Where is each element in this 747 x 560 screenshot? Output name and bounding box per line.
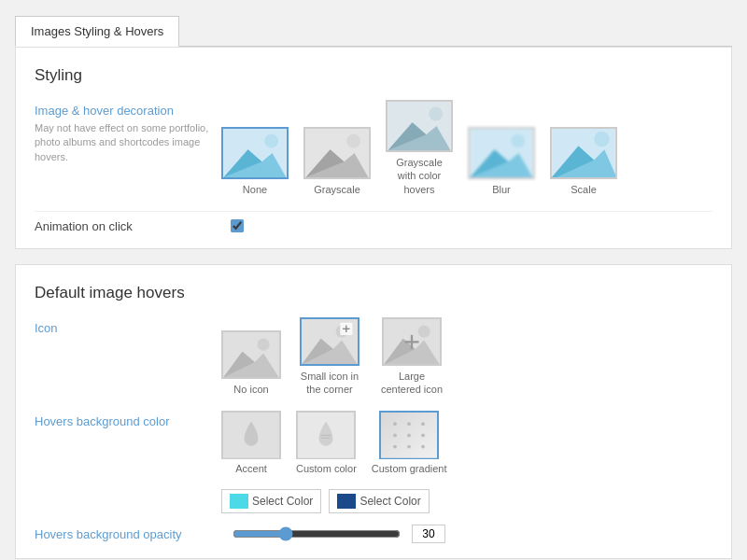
bg-color-options: Accent Custom color bbox=[221, 411, 447, 474]
decoration-label-col: Image & hover decoration May not have ef… bbox=[35, 100, 221, 164]
option-grayscale-color-label: Grayscale with color hovers bbox=[386, 156, 453, 196]
option-blur-label: Blur bbox=[492, 183, 511, 196]
tile-custom-color bbox=[296, 411, 356, 459]
opacity-label: Hovers background opacity bbox=[35, 527, 221, 541]
svg-point-44 bbox=[421, 422, 425, 426]
opacity-input[interactable]: 30 bbox=[412, 525, 445, 543]
svg-point-15 bbox=[511, 133, 525, 147]
option-custom-color[interactable]: Custom color bbox=[296, 411, 357, 474]
svg-point-46 bbox=[407, 434, 411, 438]
icon-label: Icon bbox=[35, 321, 221, 335]
icon-label-col: Icon bbox=[35, 317, 221, 335]
tile-scale bbox=[550, 127, 617, 179]
tile-accent bbox=[221, 411, 281, 459]
option-custom-color-label: Custom color bbox=[296, 463, 357, 474]
bg-color-label: Hovers background color bbox=[35, 414, 221, 428]
option-blur[interactable]: Blur bbox=[468, 127, 535, 196]
option-small-icon[interactable]: Small icon in the corner bbox=[296, 317, 363, 397]
decoration-row: Image & hover decoration May not have ef… bbox=[35, 100, 712, 196]
tile-blur bbox=[468, 127, 535, 179]
decoration-options: None Grayscale bbox=[221, 100, 617, 196]
tile-none bbox=[221, 127, 289, 179]
option-large-icon[interactable]: Large centered icon bbox=[378, 317, 445, 397]
hover-section: Default image hovers Icon bbox=[15, 264, 732, 560]
hover-title: Default image hovers bbox=[35, 284, 712, 302]
option-custom-gradient[interactable]: Custom gradient bbox=[372, 411, 447, 474]
opacity-slider[interactable] bbox=[233, 526, 401, 541]
svg-point-7 bbox=[346, 133, 360, 147]
tile-large-icon bbox=[382, 317, 442, 366]
divider1 bbox=[35, 211, 712, 212]
option-grayscale[interactable]: Grayscale bbox=[303, 127, 371, 196]
svg-point-34 bbox=[418, 325, 430, 337]
select-color-btn-1[interactable]: Select Color bbox=[221, 489, 321, 513]
styling-title: Styling bbox=[35, 66, 712, 85]
icon-options: No icon bbox=[221, 317, 445, 397]
decoration-label: Image & hover decoration bbox=[35, 104, 221, 118]
tile-grayscale bbox=[303, 127, 371, 179]
svg-point-19 bbox=[594, 131, 610, 147]
svg-point-23 bbox=[258, 338, 270, 350]
svg-point-3 bbox=[264, 133, 278, 147]
svg-point-49 bbox=[407, 445, 411, 449]
option-no-icon[interactable]: No icon bbox=[221, 330, 281, 396]
tile-no-icon bbox=[221, 330, 281, 379]
bg-color-label-col: Hovers background color bbox=[35, 411, 221, 428]
svg-point-47 bbox=[421, 434, 425, 438]
option-small-icon-label: Small icon in the corner bbox=[296, 370, 363, 397]
animation-checkbox[interactable] bbox=[231, 219, 244, 232]
select-color-label-1: Select Color bbox=[252, 495, 313, 508]
bg-color-row: Hovers background color Accent bbox=[35, 411, 712, 474]
option-large-icon-label: Large centered icon bbox=[378, 370, 445, 397]
select-color-label-2: Select Color bbox=[359, 495, 420, 508]
tile-grayscale-color bbox=[386, 100, 453, 152]
tile-small-icon bbox=[300, 317, 359, 366]
decoration-desc: May not have effect on some portfolio, p… bbox=[35, 121, 221, 164]
tab-images-styling[interactable]: Images Styling & Hovers bbox=[15, 16, 179, 47]
tile-custom-gradient bbox=[379, 411, 439, 459]
svg-point-45 bbox=[393, 434, 397, 438]
animation-row: Animation on click bbox=[35, 219, 712, 233]
option-scale[interactable]: Scale bbox=[550, 127, 617, 196]
option-grayscale-label: Grayscale bbox=[314, 183, 360, 196]
svg-point-43 bbox=[407, 422, 411, 426]
svg-point-50 bbox=[421, 445, 425, 449]
select-color-row: Select Color Select Color bbox=[221, 489, 712, 513]
option-no-icon-label: No icon bbox=[233, 383, 268, 396]
option-accent-label: Accent bbox=[235, 463, 267, 474]
icon-row: Icon No icon bbox=[35, 317, 712, 397]
option-grayscale-color[interactable]: Grayscale with color hovers bbox=[386, 100, 453, 196]
option-custom-gradient-label: Custom gradient bbox=[372, 463, 447, 474]
svg-point-11 bbox=[429, 107, 443, 121]
animation-label: Animation on click bbox=[35, 219, 221, 233]
styling-section: Styling Image & hover decoration May not… bbox=[15, 47, 732, 249]
tab-bar: Images Styling & Hovers bbox=[15, 15, 732, 47]
swatch-2 bbox=[337, 494, 356, 509]
swatch-1 bbox=[230, 494, 248, 509]
select-color-btn-2[interactable]: Select Color bbox=[329, 489, 429, 513]
option-scale-label: Scale bbox=[571, 183, 597, 196]
opacity-row: Hovers background opacity 30 bbox=[35, 513, 712, 543]
option-none-label: None bbox=[243, 183, 267, 196]
option-none[interactable]: None bbox=[221, 127, 289, 196]
svg-point-48 bbox=[393, 445, 397, 449]
svg-point-42 bbox=[393, 422, 397, 426]
option-accent[interactable]: Accent bbox=[221, 411, 281, 474]
